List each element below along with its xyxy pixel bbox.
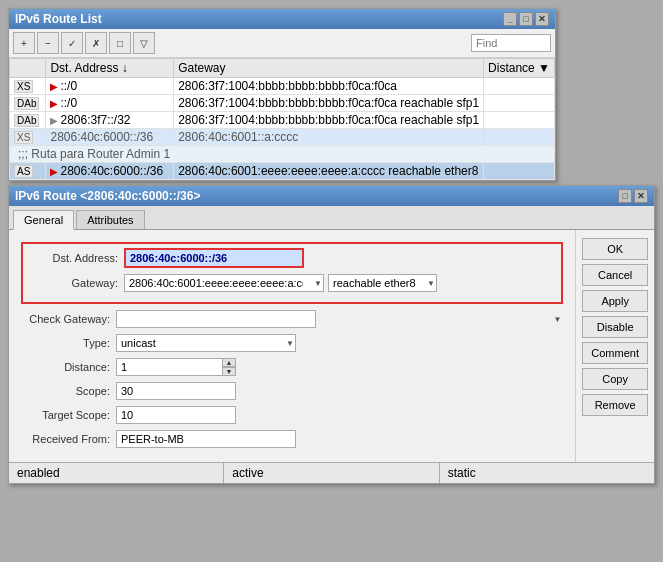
col-dst[interactable]: Dst. Address ↓ [46,59,174,78]
row-gateway: 2806:3f7:1004:bbbb:bbbb:bbbb:f0ca:f0ca r… [174,95,484,112]
row-dst: ▶::/0 [46,78,174,95]
table-row[interactable]: DAb ▶2806:3f7::/32 2806:3f7:1004:bbbb:bb… [10,112,555,129]
ok-button[interactable]: OK [582,238,648,260]
gateway-row: Gateway: 2806:40c:6001:eeee:eeee:eeee:a:… [29,274,555,292]
table-row[interactable]: XS 2806:40c:6000::/36 2806:40c:6001::a:c… [10,129,555,146]
cancel-button[interactable]: Cancel [582,264,648,286]
check-gateway-field [116,310,563,328]
check-gateway-row: Check Gateway: [21,310,563,328]
route-detail-window: IPv6 Route <2806:40c:6000::/36> □ ✕ Gene… [8,185,655,484]
route-list-window: IPv6 Route List _ □ ✕ + − ✓ ✗ □ ▽ Dst. A… [8,8,556,181]
disable-button[interactable]: Disable [582,316,648,338]
distance-label: Distance: [21,361,116,373]
remove-btn[interactable]: − [37,32,59,54]
action-buttons-panel: OK Cancel Apply Disable Comment Copy Rem… [576,230,654,462]
find-input[interactable] [471,34,551,52]
detail-window-title: IPv6 Route <2806:40c:6000::/36> [15,189,200,203]
table-row-group-label: ;;; Ruta para Router Admin 1 [10,146,555,163]
type-field: unicast [116,334,563,352]
status-enabled: enabled [9,463,224,483]
target-scope-input[interactable] [116,406,236,424]
distance-field: ▲ ▼ [116,358,563,376]
row-dst: ▶2806:40c:6000::/36 [46,163,174,180]
row-dst: ▶::/0 [46,95,174,112]
received-from-input[interactable] [116,430,296,448]
received-from-row: Received From: [21,430,563,448]
received-from-label: Received From: [21,433,116,445]
remove-button[interactable]: Remove [582,394,648,416]
list-close-btn[interactable]: ✕ [535,12,549,26]
gateway-select[interactable]: 2806:40c:6001:eeee:eeee:eeee:a:cc [124,274,324,292]
row-gateway: 2806:3f7:1004:bbbb:bbbb:bbbb:f0ca:f0ca [174,78,484,95]
table-row-selected[interactable]: AS ▶2806:40c:6000::/36 2806:40c:6001:eee… [10,163,555,180]
check-gateway-label: Check Gateway: [21,313,116,325]
gateway-label: Gateway: [29,277,124,289]
target-scope-field [116,406,563,424]
list-window-title: IPv6 Route List [15,12,102,26]
type-select[interactable]: unicast [116,334,296,352]
square-btn[interactable]: □ [109,32,131,54]
tab-attributes[interactable]: Attributes [76,210,144,229]
row-tag: DAb [10,112,46,129]
dst-address-input[interactable] [124,248,304,268]
row-distance [484,78,555,95]
dst-address-field [124,248,555,268]
dst-gateway-group: Dst. Address: Gateway: 2806:40c:6001:eee… [21,242,563,304]
row-gateway: 2806:40c:6001::a:cccc [174,129,484,146]
list-title-bar: IPv6 Route List _ □ ✕ [9,9,555,29]
col-type [10,59,46,78]
copy-button[interactable]: Copy [582,368,648,390]
status-static: static [440,463,654,483]
row-gateway: 2806:3f7:1004:bbbb:bbbb:bbbb:f0ca:f0ca r… [174,112,484,129]
distance-input[interactable] [116,358,236,376]
form-area: Dst. Address: Gateway: 2806:40c:6001:eee… [9,230,576,462]
detail-content: Dst. Address: Gateway: 2806:40c:6001:eee… [9,230,654,462]
group-label: ;;; Ruta para Router Admin 1 [10,146,555,163]
row-distance [484,129,555,146]
row-dst: 2806:40c:6000::/36 [46,129,174,146]
distance-up-btn[interactable]: ▲ [222,358,236,367]
filter-btn[interactable]: ▽ [133,32,155,54]
dst-address-label: Dst. Address: [29,252,124,264]
check-btn[interactable]: ✓ [61,32,83,54]
status-bar: enabled active static [9,462,654,483]
dst-address-row: Dst. Address: [29,248,555,268]
detail-title-bar: IPv6 Route <2806:40c:6000::/36> □ ✕ [9,186,654,206]
received-from-field [116,430,563,448]
scope-field [116,382,563,400]
tab-bar: General Attributes [9,206,654,230]
add-btn[interactable]: + [13,32,35,54]
row-tag: DAb [10,95,46,112]
list-minimize-btn[interactable]: _ [503,12,517,26]
gateway-field: 2806:40c:6001:eeee:eeee:eeee:a:cc reacha… [124,274,555,292]
row-gateway: 2806:40c:6001:eeee:eeee:eeee:a:cccc reac… [174,163,484,180]
row-distance [484,163,555,180]
tab-general[interactable]: General [13,210,74,230]
apply-button[interactable]: Apply [582,290,648,312]
check-gateway-select[interactable] [116,310,316,328]
type-row: Type: unicast [21,334,563,352]
row-tag: AS [10,163,46,180]
detail-minimize-btn[interactable]: □ [618,189,632,203]
table-row[interactable]: DAb ▶::/0 2806:3f7:1004:bbbb:bbbb:bbbb:f… [10,95,555,112]
list-maximize-btn[interactable]: □ [519,12,533,26]
scope-label: Scope: [21,385,116,397]
cross-btn[interactable]: ✗ [85,32,107,54]
col-gateway[interactable]: Gateway [174,59,484,78]
type-label: Type: [21,337,116,349]
gateway-suffix-select[interactable]: reachable ether8 [328,274,437,292]
table-row[interactable]: XS ▶::/0 2806:3f7:1004:bbbb:bbbb:bbbb:f0… [10,78,555,95]
row-distance [484,95,555,112]
target-scope-row: Target Scope: [21,406,563,424]
distance-down-btn[interactable]: ▼ [222,367,236,376]
row-tag: XS [10,129,46,146]
row-distance [484,112,555,129]
scope-row: Scope: [21,382,563,400]
col-distance[interactable]: Distance ▼ [484,59,555,78]
scope-input[interactable] [116,382,236,400]
comment-button[interactable]: Comment [582,342,648,364]
row-tag: XS [10,78,46,95]
status-active: active [224,463,439,483]
list-toolbar: + − ✓ ✗ □ ▽ [9,29,555,58]
detail-close-btn[interactable]: ✕ [634,189,648,203]
